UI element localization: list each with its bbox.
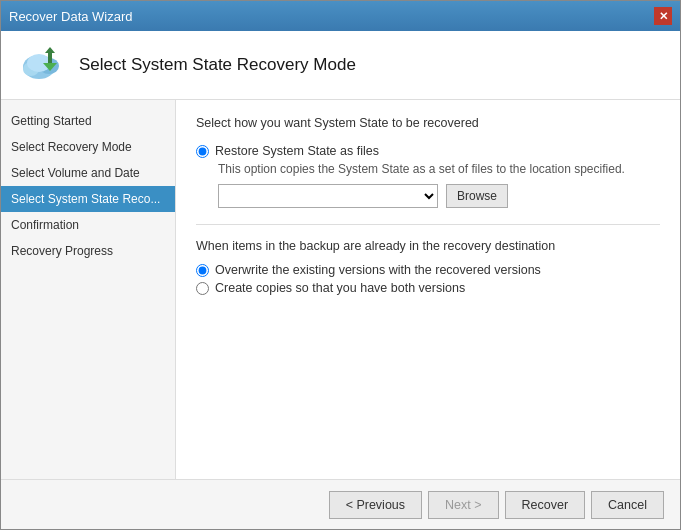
main-window: Recover Data Wizard ✕ Select System Stat… (0, 0, 681, 530)
close-button[interactable]: ✕ (654, 7, 672, 25)
svg-rect-5 (48, 53, 52, 63)
section2-label: When items in the backup are already in … (196, 239, 660, 253)
next-button[interactable]: Next > (428, 491, 498, 519)
path-row: Browse (218, 184, 660, 208)
sidebar-item-recovery-mode[interactable]: Select Recovery Mode (1, 134, 175, 160)
cancel-button[interactable]: Cancel (591, 491, 664, 519)
path-input[interactable] (218, 184, 438, 208)
sidebar-item-system-state[interactable]: Select System State Reco... (1, 186, 175, 212)
option1-radio[interactable] (196, 145, 209, 158)
option1-label[interactable]: Restore System State as files (196, 144, 660, 158)
option2-radio[interactable] (196, 264, 209, 277)
option3-radio[interactable] (196, 282, 209, 295)
sidebar-item-getting-started[interactable]: Getting Started (1, 108, 175, 134)
previous-button[interactable]: < Previous (329, 491, 422, 519)
sidebar-item-recovery-progress[interactable]: Recovery Progress (1, 238, 175, 264)
top-section: Select System State Recovery Mode Gettin… (1, 31, 680, 479)
title-bar: Recover Data Wizard ✕ (1, 1, 680, 31)
header-icon (17, 41, 65, 89)
option2-text: Overwrite the existing versions with the… (215, 263, 541, 277)
browse-button[interactable]: Browse (446, 184, 508, 208)
recover-button[interactable]: Recover (505, 491, 586, 519)
footer: < Previous Next > Recover Cancel (1, 479, 680, 529)
content-description: Select how you want System State to be r… (196, 116, 660, 130)
conflict-option-group: Overwrite the existing versions with the… (196, 263, 660, 295)
main-layout: Getting Started Select Recovery Mode Sel… (1, 100, 680, 479)
section-divider (196, 224, 660, 225)
sidebar-item-volume-date[interactable]: Select Volume and Date (1, 160, 175, 186)
restore-option-group: Restore System State as files This optio… (196, 144, 660, 208)
header-area: Select System State Recovery Mode (1, 31, 680, 100)
window-title: Recover Data Wizard (9, 9, 133, 24)
sidebar-item-confirmation[interactable]: Confirmation (1, 212, 175, 238)
content-area: Select how you want System State to be r… (176, 100, 680, 479)
svg-marker-4 (45, 47, 55, 53)
sidebar: Getting Started Select Recovery Mode Sel… (1, 100, 176, 479)
option1-text: Restore System State as files (215, 144, 379, 158)
option3-text: Create copies so that you have both vers… (215, 281, 465, 295)
option1-desc: This option copies the System State as a… (218, 162, 660, 176)
option3-label[interactable]: Create copies so that you have both vers… (196, 281, 660, 295)
option2-label[interactable]: Overwrite the existing versions with the… (196, 263, 660, 277)
page-title: Select System State Recovery Mode (79, 55, 356, 75)
